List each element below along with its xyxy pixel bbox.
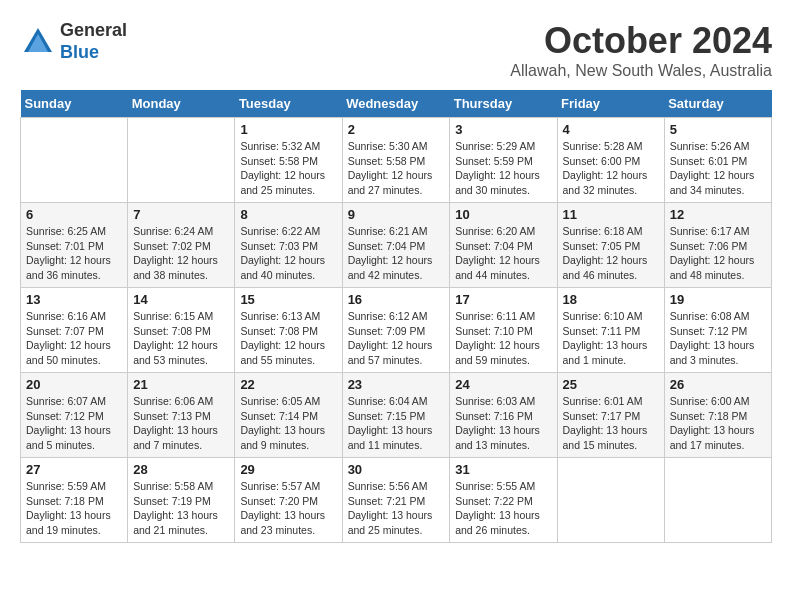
weekday-header-monday: Monday	[128, 90, 235, 118]
day-info: Sunrise: 6:17 AM Sunset: 7:06 PM Dayligh…	[670, 224, 766, 283]
day-info: Sunrise: 5:58 AM Sunset: 7:19 PM Dayligh…	[133, 479, 229, 538]
calendar-cell	[128, 118, 235, 203]
calendar-cell: 19Sunrise: 6:08 AM Sunset: 7:12 PM Dayli…	[664, 288, 771, 373]
calendar-cell: 17Sunrise: 6:11 AM Sunset: 7:10 PM Dayli…	[450, 288, 557, 373]
day-number: 19	[670, 292, 766, 307]
calendar-cell: 16Sunrise: 6:12 AM Sunset: 7:09 PM Dayli…	[342, 288, 450, 373]
calendar-cell: 21Sunrise: 6:06 AM Sunset: 7:13 PM Dayli…	[128, 373, 235, 458]
title-block: October 2024 Allawah, New South Wales, A…	[510, 20, 772, 80]
day-info: Sunrise: 6:04 AM Sunset: 7:15 PM Dayligh…	[348, 394, 445, 453]
day-number: 17	[455, 292, 551, 307]
day-info: Sunrise: 6:16 AM Sunset: 7:07 PM Dayligh…	[26, 309, 122, 368]
calendar-cell: 13Sunrise: 6:16 AM Sunset: 7:07 PM Dayli…	[21, 288, 128, 373]
calendar-cell	[557, 458, 664, 543]
calendar-cell: 12Sunrise: 6:17 AM Sunset: 7:06 PM Dayli…	[664, 203, 771, 288]
calendar-cell: 1Sunrise: 5:32 AM Sunset: 5:58 PM Daylig…	[235, 118, 342, 203]
day-number: 5	[670, 122, 766, 137]
day-info: Sunrise: 5:57 AM Sunset: 7:20 PM Dayligh…	[240, 479, 336, 538]
day-info: Sunrise: 6:05 AM Sunset: 7:14 PM Dayligh…	[240, 394, 336, 453]
week-row-1: 1Sunrise: 5:32 AM Sunset: 5:58 PM Daylig…	[21, 118, 772, 203]
logo-general: General	[60, 20, 127, 40]
calendar-cell: 30Sunrise: 5:56 AM Sunset: 7:21 PM Dayli…	[342, 458, 450, 543]
calendar-cell: 25Sunrise: 6:01 AM Sunset: 7:17 PM Dayli…	[557, 373, 664, 458]
day-info: Sunrise: 6:22 AM Sunset: 7:03 PM Dayligh…	[240, 224, 336, 283]
weekday-header-friday: Friday	[557, 90, 664, 118]
day-info: Sunrise: 5:30 AM Sunset: 5:58 PM Dayligh…	[348, 139, 445, 198]
calendar-cell: 7Sunrise: 6:24 AM Sunset: 7:02 PM Daylig…	[128, 203, 235, 288]
week-row-2: 6Sunrise: 6:25 AM Sunset: 7:01 PM Daylig…	[21, 203, 772, 288]
calendar-cell: 14Sunrise: 6:15 AM Sunset: 7:08 PM Dayli…	[128, 288, 235, 373]
day-info: Sunrise: 6:25 AM Sunset: 7:01 PM Dayligh…	[26, 224, 122, 283]
day-info: Sunrise: 6:06 AM Sunset: 7:13 PM Dayligh…	[133, 394, 229, 453]
day-info: Sunrise: 5:59 AM Sunset: 7:18 PM Dayligh…	[26, 479, 122, 538]
logo-blue-text: Blue	[60, 42, 99, 62]
day-number: 25	[563, 377, 659, 392]
calendar-cell: 4Sunrise: 5:28 AM Sunset: 6:00 PM Daylig…	[557, 118, 664, 203]
day-info: Sunrise: 5:56 AM Sunset: 7:21 PM Dayligh…	[348, 479, 445, 538]
calendar-cell: 27Sunrise: 5:59 AM Sunset: 7:18 PM Dayli…	[21, 458, 128, 543]
day-info: Sunrise: 6:00 AM Sunset: 7:18 PM Dayligh…	[670, 394, 766, 453]
day-info: Sunrise: 6:24 AM Sunset: 7:02 PM Dayligh…	[133, 224, 229, 283]
day-number: 26	[670, 377, 766, 392]
day-number: 27	[26, 462, 122, 477]
week-row-3: 13Sunrise: 6:16 AM Sunset: 7:07 PM Dayli…	[21, 288, 772, 373]
day-number: 22	[240, 377, 336, 392]
weekday-header-wednesday: Wednesday	[342, 90, 450, 118]
week-row-4: 20Sunrise: 6:07 AM Sunset: 7:12 PM Dayli…	[21, 373, 772, 458]
calendar-cell: 8Sunrise: 6:22 AM Sunset: 7:03 PM Daylig…	[235, 203, 342, 288]
weekday-header-thursday: Thursday	[450, 90, 557, 118]
day-number: 3	[455, 122, 551, 137]
day-number: 15	[240, 292, 336, 307]
day-info: Sunrise: 6:21 AM Sunset: 7:04 PM Dayligh…	[348, 224, 445, 283]
weekday-header-saturday: Saturday	[664, 90, 771, 118]
calendar-cell: 10Sunrise: 6:20 AM Sunset: 7:04 PM Dayli…	[450, 203, 557, 288]
day-number: 23	[348, 377, 445, 392]
day-number: 29	[240, 462, 336, 477]
weekday-header-tuesday: Tuesday	[235, 90, 342, 118]
day-number: 20	[26, 377, 122, 392]
day-number: 31	[455, 462, 551, 477]
day-info: Sunrise: 5:32 AM Sunset: 5:58 PM Dayligh…	[240, 139, 336, 198]
week-row-5: 27Sunrise: 5:59 AM Sunset: 7:18 PM Dayli…	[21, 458, 772, 543]
calendar-cell: 20Sunrise: 6:07 AM Sunset: 7:12 PM Dayli…	[21, 373, 128, 458]
day-number: 14	[133, 292, 229, 307]
calendar-cell	[21, 118, 128, 203]
calendar-cell: 3Sunrise: 5:29 AM Sunset: 5:59 PM Daylig…	[450, 118, 557, 203]
calendar-cell: 26Sunrise: 6:00 AM Sunset: 7:18 PM Dayli…	[664, 373, 771, 458]
day-number: 16	[348, 292, 445, 307]
day-number: 10	[455, 207, 551, 222]
day-info: Sunrise: 6:13 AM Sunset: 7:08 PM Dayligh…	[240, 309, 336, 368]
calendar-cell: 24Sunrise: 6:03 AM Sunset: 7:16 PM Dayli…	[450, 373, 557, 458]
day-info: Sunrise: 6:01 AM Sunset: 7:17 PM Dayligh…	[563, 394, 659, 453]
day-info: Sunrise: 6:07 AM Sunset: 7:12 PM Dayligh…	[26, 394, 122, 453]
day-number: 11	[563, 207, 659, 222]
logo-icon	[20, 24, 56, 60]
weekday-header-row: SundayMondayTuesdayWednesdayThursdayFrid…	[21, 90, 772, 118]
day-number: 4	[563, 122, 659, 137]
day-info: Sunrise: 6:15 AM Sunset: 7:08 PM Dayligh…	[133, 309, 229, 368]
day-number: 7	[133, 207, 229, 222]
calendar-cell	[664, 458, 771, 543]
month-title: October 2024	[510, 20, 772, 62]
day-info: Sunrise: 6:12 AM Sunset: 7:09 PM Dayligh…	[348, 309, 445, 368]
day-number: 13	[26, 292, 122, 307]
day-info: Sunrise: 6:08 AM Sunset: 7:12 PM Dayligh…	[670, 309, 766, 368]
day-info: Sunrise: 5:28 AM Sunset: 6:00 PM Dayligh…	[563, 139, 659, 198]
calendar-cell: 29Sunrise: 5:57 AM Sunset: 7:20 PM Dayli…	[235, 458, 342, 543]
calendar-cell: 9Sunrise: 6:21 AM Sunset: 7:04 PM Daylig…	[342, 203, 450, 288]
calendar-cell: 22Sunrise: 6:05 AM Sunset: 7:14 PM Dayli…	[235, 373, 342, 458]
calendar-cell: 31Sunrise: 5:55 AM Sunset: 7:22 PM Dayli…	[450, 458, 557, 543]
calendar-table: SundayMondayTuesdayWednesdayThursdayFrid…	[20, 90, 772, 543]
weekday-header-sunday: Sunday	[21, 90, 128, 118]
logo-text-general: General	[60, 20, 127, 42]
day-info: Sunrise: 5:55 AM Sunset: 7:22 PM Dayligh…	[455, 479, 551, 538]
day-info: Sunrise: 6:11 AM Sunset: 7:10 PM Dayligh…	[455, 309, 551, 368]
day-info: Sunrise: 5:29 AM Sunset: 5:59 PM Dayligh…	[455, 139, 551, 198]
page-header: General Blue October 2024 Allawah, New S…	[20, 20, 772, 80]
location: Allawah, New South Wales, Australia	[510, 62, 772, 80]
calendar-cell: 5Sunrise: 5:26 AM Sunset: 6:01 PM Daylig…	[664, 118, 771, 203]
day-info: Sunrise: 6:20 AM Sunset: 7:04 PM Dayligh…	[455, 224, 551, 283]
day-number: 8	[240, 207, 336, 222]
day-number: 2	[348, 122, 445, 137]
calendar-cell: 28Sunrise: 5:58 AM Sunset: 7:19 PM Dayli…	[128, 458, 235, 543]
